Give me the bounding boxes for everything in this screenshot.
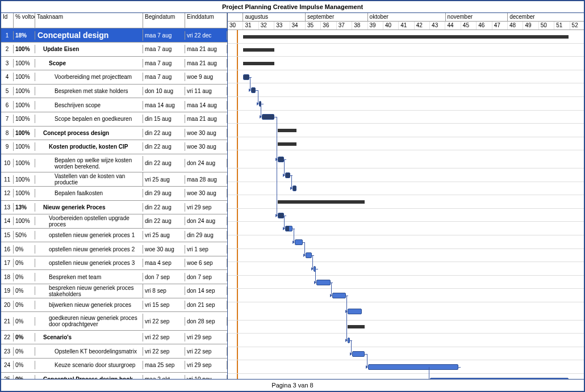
table-row: 2100%Update Eisenmaa 7 augmaa 21 aug bbox=[1, 43, 227, 57]
task-bar[interactable] bbox=[314, 266, 316, 272]
task-bar[interactable] bbox=[243, 74, 249, 80]
project-sheet: Project Planning Creative Impulse Manage… bbox=[0, 0, 585, 392]
cell-pct: 0% bbox=[14, 301, 35, 309]
cell-end: din 29 aug bbox=[185, 231, 227, 239]
summary-bar[interactable] bbox=[278, 142, 296, 146]
task-bar[interactable] bbox=[259, 101, 261, 107]
col-pct: % voltooid bbox=[14, 13, 35, 28]
summary-bar[interactable] bbox=[278, 200, 365, 204]
task-bar[interactable] bbox=[348, 309, 362, 314]
summary-bar[interactable] bbox=[243, 35, 569, 39]
cell-pct: 100% bbox=[14, 87, 35, 95]
cell-name: Scope bbox=[35, 59, 143, 68]
cell-name: Voorbereiding met projectteam bbox=[35, 73, 143, 81]
cell-start: woe 30 aug bbox=[143, 245, 185, 254]
task-bar[interactable] bbox=[430, 378, 569, 379]
cell-end: vri 1 sep bbox=[185, 245, 227, 254]
table-row: 170%opstellen nieuw generiek proces 3maa… bbox=[1, 256, 227, 271]
week-label: 52 bbox=[570, 22, 584, 29]
summary-bar[interactable] bbox=[278, 129, 296, 132]
cell-start: vri 8 sep bbox=[143, 286, 185, 295]
cell-end: maa 21 aug bbox=[185, 45, 227, 53]
task-bar[interactable] bbox=[348, 338, 350, 343]
task-bar[interactable] bbox=[306, 252, 312, 258]
cell-id: 14 bbox=[1, 217, 14, 225]
cell-start: vri 22 sep bbox=[143, 333, 185, 342]
link-arrow-icon bbox=[314, 281, 316, 284]
cell-pct: 0% bbox=[14, 375, 35, 379]
cell-pct: 100% bbox=[14, 189, 35, 197]
task-bar[interactable] bbox=[368, 364, 458, 370]
task-bar[interactable] bbox=[278, 213, 284, 218]
cell-pct: 0% bbox=[14, 259, 35, 267]
cell-name: opstellen nieuw generiek proces 2 bbox=[35, 245, 143, 254]
weeks-row: 3031323334353637383940414243444546474849… bbox=[228, 22, 584, 30]
cell-name: Conceptual design bbox=[35, 29, 143, 41]
cell-end: vri 29 sep bbox=[185, 333, 227, 342]
table-row: 210%goedkeuren nieuw generiek proces doo… bbox=[1, 312, 227, 331]
week-label: 49 bbox=[523, 22, 538, 29]
table-row: 14100%Voorbereiden opstellen upgrade pro… bbox=[1, 214, 227, 229]
month-label: augustus bbox=[243, 13, 306, 21]
progress-fill bbox=[278, 157, 283, 162]
cell-pct: 0% bbox=[14, 317, 35, 326]
progress-fill bbox=[286, 173, 289, 178]
cell-name: Voorbereiden opstellen upgrade proces bbox=[35, 214, 143, 229]
month-label: oktober bbox=[368, 13, 446, 21]
week-label: 33 bbox=[274, 22, 290, 29]
cell-pct: 100% bbox=[14, 115, 35, 123]
today-marker bbox=[237, 30, 238, 379]
task-bar[interactable] bbox=[292, 186, 296, 191]
cell-id: 12 bbox=[1, 189, 14, 197]
cell-end: woe 30 aug bbox=[185, 142, 227, 151]
week-label: 34 bbox=[290, 22, 306, 29]
task-bar[interactable] bbox=[316, 280, 331, 285]
link-arrow-icon bbox=[350, 352, 352, 356]
cell-pct: 0% bbox=[14, 347, 35, 356]
month-label: september bbox=[306, 13, 368, 21]
cell-name: Bespreken met team bbox=[35, 273, 143, 281]
summary-bar[interactable] bbox=[348, 325, 365, 328]
cell-id: 10 bbox=[1, 159, 14, 167]
task-bar[interactable] bbox=[251, 87, 256, 93]
table-header-row: Id % voltooid Taaknaam Begindatum Eindda… bbox=[1, 13, 227, 28]
cell-id: 15 bbox=[1, 231, 14, 239]
cell-name: Beschrijven scope bbox=[35, 101, 143, 109]
cell-start: din 22 aug bbox=[143, 129, 185, 137]
cell-end: woe 9 aug bbox=[185, 73, 227, 81]
week-label: 42 bbox=[415, 22, 430, 29]
progress-fill bbox=[286, 226, 289, 231]
task-bar[interactable] bbox=[352, 351, 365, 357]
table-row: 3100%Scopemaa 7 augmaa 21 aug bbox=[1, 57, 227, 71]
task-bar[interactable] bbox=[285, 172, 290, 178]
cell-end: vri 10 nov bbox=[185, 375, 227, 379]
summary-bar[interactable] bbox=[243, 48, 274, 52]
task-rows: 118%Conceptual designmaa 7 augvri 22 dec… bbox=[1, 28, 227, 379]
task-bar[interactable] bbox=[285, 226, 292, 231]
cell-name: Vastellen van de kosten van productie bbox=[35, 172, 143, 187]
week-label: 43 bbox=[430, 22, 445, 29]
cell-end: don 21 sep bbox=[185, 301, 227, 309]
month-label bbox=[228, 13, 243, 21]
table-row: 230%Opstellen KT beoordelingsmatrixvri 2… bbox=[1, 344, 227, 359]
cell-name: opstellen nieuw generiek proces 1 bbox=[35, 231, 143, 239]
task-bar[interactable] bbox=[278, 157, 284, 162]
task-bar[interactable] bbox=[295, 239, 303, 245]
table-row: 118%Conceptual designmaa 7 augvri 22 dec bbox=[1, 28, 227, 43]
summary-bar[interactable] bbox=[243, 62, 274, 65]
link-arrow-icon bbox=[366, 365, 368, 369]
cell-end: don 24 aug bbox=[185, 217, 227, 225]
cell-pct: 100% bbox=[14, 45, 35, 53]
cell-name: Keuze scenario door stuurgroep bbox=[35, 361, 143, 369]
table-row: 200%bijwerken nieuw generiek procesvri 1… bbox=[1, 298, 227, 313]
week-label: 41 bbox=[399, 22, 414, 29]
cell-name: bespreken nieuw generiek proces stakehol… bbox=[35, 284, 143, 298]
week-label: 44 bbox=[445, 22, 461, 29]
cell-pct: 100% bbox=[14, 175, 35, 184]
table-row: 12100%Bepalen faalkostendin 29 augwoe 30… bbox=[1, 187, 227, 201]
cell-start: din 22 aug bbox=[143, 203, 185, 212]
task-bar[interactable] bbox=[332, 293, 346, 298]
cell-name: Opstellen KT beoordelingsmatrix bbox=[35, 347, 143, 356]
cell-pct: 100% bbox=[14, 129, 35, 137]
task-bar[interactable] bbox=[262, 114, 274, 120]
